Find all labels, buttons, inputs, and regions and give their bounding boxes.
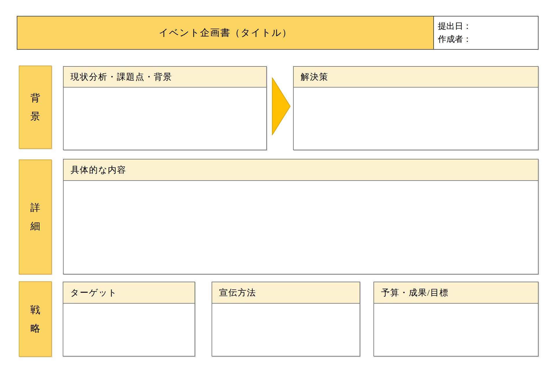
section-budget-body[interactable] [374,304,538,356]
section-promotion-title: 宣伝方法 [219,287,256,299]
submission-date-label: 提出日： [438,20,471,33]
section-promotion-body[interactable] [212,304,360,356]
section-details: 具体的な内容 [63,159,539,274]
section-promotion: 宣伝方法 [212,282,360,356]
meta-box: 提出日： 作成者： [433,16,538,49]
section-budget: 予算・成果/目標 [373,282,539,356]
right-arrow-icon [271,77,291,136]
section-target-title: ターゲット [70,287,117,299]
sidebar-label-background: 背 景 [19,66,52,149]
event-plan-document: イベント企画書（タイトル） 提出日： 作成者： 背 景 詳 細 戦 略 現状分析… [0,0,555,392]
author-value[interactable] [471,33,536,42]
document-title: イベント企画書（タイトル） [17,16,433,49]
section-promotion-header: 宣伝方法 [212,282,360,304]
section-analysis-header: 現状分析・課題点・背景 [64,67,266,88]
section-details-header: 具体的な内容 [64,159,538,181]
author-row: 作成者： [438,33,536,46]
title-bar: イベント企画書（タイトル） 提出日： 作成者： [17,16,539,50]
section-budget-header: 予算・成果/目標 [374,282,538,304]
section-budget-title: 予算・成果/目標 [381,287,449,299]
section-analysis-title: 現状分析・課題点・背景 [71,71,172,83]
section-solution-header: 解決策 [294,67,538,88]
author-label: 作成者： [438,33,471,46]
section-solution-title: 解決策 [301,71,328,83]
section-analysis: 現状分析・課題点・背景 [63,66,267,150]
section-details-body[interactable] [64,181,538,274]
sidebar-label-details: 詳 細 [19,159,52,274]
section-details-title: 具体的な内容 [71,164,126,176]
sidebar-label-strategy: 戦 略 [19,281,52,357]
section-solution-body[interactable] [294,88,538,150]
section-target-body[interactable] [63,304,195,356]
submission-date-row: 提出日： [438,20,536,33]
section-analysis-body[interactable] [64,88,266,150]
submission-date-value[interactable] [471,20,536,29]
section-target: ターゲット [63,282,195,356]
section-target-header: ターゲット [63,282,195,304]
section-solution: 解決策 [293,66,539,150]
